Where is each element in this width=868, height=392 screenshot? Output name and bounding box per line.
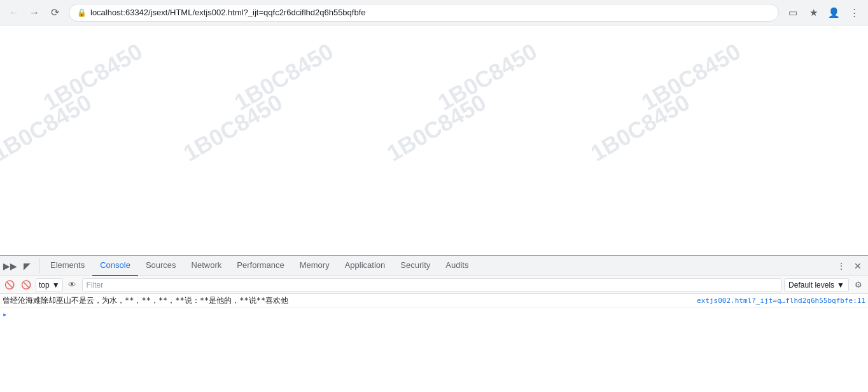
page-content: 1B0C8450 1B0C8450 1B0C8450 1B0C8450 1B0C…: [0, 25, 868, 255]
device-toolbar-button[interactable]: ◤: [19, 258, 34, 274]
context-value: top: [39, 281, 50, 290]
address-bar[interactable]: 🔒 localhost:63342/jsext/HTML/extjs002.ht…: [69, 4, 779, 22]
watermark-1: 1B0C8450: [39, 38, 147, 116]
console-settings-button[interactable]: ⚙: [851, 278, 865, 292]
devtools-icons-left: ▶▶ ◤: [3, 258, 40, 274]
tab-performance[interactable]: Performance: [229, 256, 291, 276]
devtools-tabs: Elements Console Sources Network Perform…: [43, 256, 834, 276]
watermark-8: 1B0C8450: [586, 89, 694, 167]
toolbar-right: ▭ ★ 👤 ⋮: [784, 4, 863, 22]
default-levels-icon: ▼: [837, 281, 844, 290]
clear-console-button[interactable]: 🚫: [3, 278, 17, 292]
console-output: 曾经沧海难除却巫山不是云，为水，**，**，**，**说：**是他的，**说**…: [0, 294, 868, 392]
console-toolbar: 🚫 🚫 top ▼ 👁 Default levels ▼ ⚙: [0, 276, 868, 294]
browser-window: ← → ⟳ 🔒 localhost:63342/jsext/HTML/extjs…: [0, 0, 868, 392]
context-dropdown-icon: ▼: [52, 281, 60, 290]
devtools-panel: ▶▶ ◤ Elements Console Sources Network Pe…: [0, 255, 868, 392]
browser-toolbar: ← → ⟳ 🔒 localhost:63342/jsext/HTML/extjs…: [0, 0, 868, 25]
tab-audits[interactable]: Audits: [438, 256, 476, 276]
url-text: localhost:63342/jsext/HTML/extjs002.html…: [90, 8, 366, 17]
watermark-7: 1B0C8450: [382, 89, 491, 167]
watermark-6: 1B0C8450: [179, 89, 287, 167]
back-button[interactable]: ←: [5, 4, 23, 22]
devtools-close-button[interactable]: ✕: [850, 258, 865, 274]
devtools-more-button[interactable]: ⋮: [834, 258, 849, 274]
nav-buttons: ← → ⟳: [5, 4, 64, 22]
console-filter-button[interactable]: 🚫: [19, 278, 33, 292]
tab-security[interactable]: Security: [393, 256, 438, 276]
default-levels-selector[interactable]: Default levels ▼: [784, 278, 849, 292]
devtools-right: ⋮ ✕: [834, 258, 865, 274]
watermark-3: 1B0C8450: [433, 38, 542, 116]
watermark-5: 1B0C8450: [0, 89, 96, 167]
profile-button[interactable]: 👤: [825, 4, 843, 22]
menu-button[interactable]: ⋮: [845, 4, 863, 22]
console-log-text: 曾经沧海难除却巫山不是云，为水，**，**，**，**说：**是他的，**说**…: [3, 295, 684, 306]
tab-elements[interactable]: Elements: [43, 256, 92, 276]
refresh-button[interactable]: ⟳: [46, 4, 64, 22]
lock-icon: 🔒: [77, 8, 87, 17]
default-levels-label: Default levels: [788, 281, 834, 290]
console-prompt: ▸: [0, 308, 868, 321]
console-eye-button[interactable]: 👁: [66, 278, 80, 292]
watermark-4: 1B0C8450: [637, 38, 745, 116]
cast-button[interactable]: ▭: [784, 4, 802, 22]
inspect-element-button[interactable]: ▶▶: [3, 258, 18, 274]
context-selector[interactable]: top ▼: [36, 278, 63, 292]
tab-network[interactable]: Network: [184, 256, 230, 276]
devtools-tabs-bar: ▶▶ ◤ Elements Console Sources Network Pe…: [0, 256, 868, 276]
bookmark-button[interactable]: ★: [804, 4, 822, 22]
console-log-link[interactable]: extjs002.html?_ijt=q…flhd2q6h55bqfbfe:11: [684, 297, 865, 305]
console-prompt-arrow: ▸: [3, 310, 7, 319]
tab-console[interactable]: Console: [92, 256, 138, 276]
watermark-2: 1B0C8450: [230, 38, 338, 116]
console-filter-input[interactable]: [82, 278, 781, 292]
tab-memory[interactable]: Memory: [292, 256, 337, 276]
forward-button[interactable]: →: [25, 4, 43, 22]
tab-sources[interactable]: Sources: [138, 256, 184, 276]
tab-application[interactable]: Application: [337, 256, 393, 276]
console-log-row: 曾经沧海难除却巫山不是云，为水，**，**，**，**说：**是他的，**说**…: [0, 294, 868, 308]
